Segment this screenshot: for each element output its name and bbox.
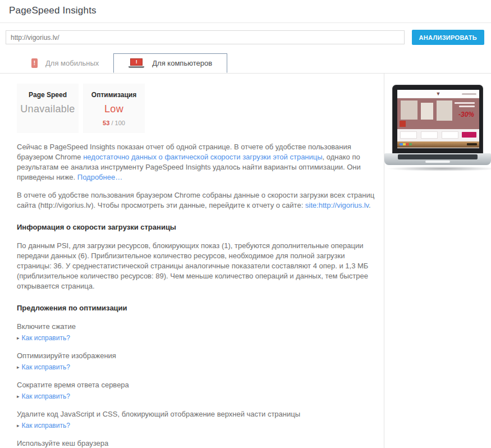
score-cards: Page Speed Unavailable Оптимизация Low 5…	[17, 84, 378, 133]
fix-row: ▸ Как исправить?	[17, 422, 378, 429]
suggestion-item: Оптимизируйте изображения ▸ Как исправит…	[17, 351, 378, 371]
speed-info-body: По данным PSI, для загрузки ресурсов, бл…	[17, 241, 378, 291]
laptop-notch	[425, 161, 450, 163]
site-image-placeholder	[421, 103, 433, 120]
summary-text: .	[369, 201, 371, 209]
tab-desktop-label: Для компьютеров	[152, 59, 212, 67]
content: Page Speed Unavailable Оптимизация Low 5…	[0, 74, 491, 448]
suggestion-title: Используйте кеш браузера	[17, 438, 378, 448]
site-button-placeholder	[462, 132, 476, 138]
taskbar-app-icons	[400, 143, 412, 145]
summary-paragraph-2: В отчете об удобстве пользования браузер…	[17, 190, 378, 211]
tabs-strip: ! Для мобильных ! Для компьютеров	[0, 53, 491, 74]
optimization-score-number: 53	[103, 120, 109, 126]
laptop-preview: ▼ -30%	[384, 85, 491, 171]
tab-mobile[interactable]: ! Для мобильных	[17, 53, 113, 73]
site-cards-row	[397, 129, 479, 141]
suggestion-item: Используйте кеш браузера ▸ Как исправить…	[17, 438, 378, 448]
laptop-alert-icon: !	[129, 58, 144, 68]
laptop-base	[384, 153, 491, 165]
optimization-score-fraction: 53 / 100	[86, 120, 141, 126]
learn-more-link[interactable]: Подробнее…	[77, 173, 122, 181]
laptop-keyboard	[398, 154, 478, 159]
site-image-placeholder	[437, 100, 452, 121]
optimization-score-total: / 100	[111, 120, 125, 126]
suggestion-item: Включите сжатие ▸ Как исправить?	[17, 322, 378, 342]
optimization-score-label: Оптимизация	[86, 91, 141, 99]
how-to-fix-link[interactable]: Как исправить?	[22, 334, 70, 342]
speed-score-label: Page Speed	[20, 91, 75, 99]
score-card-optimization: Оптимизация Low 53 / 100	[83, 84, 145, 133]
site-discount-text: -30%	[458, 111, 474, 118]
page-title: PageSpeed Insights	[9, 5, 482, 16]
summary-paragraph-1: Сейчас в PageSpeed Insights показан отче…	[17, 142, 378, 182]
expand-arrow-icon: ▸	[17, 335, 20, 341]
site-screenshot: ▼ -30%	[397, 90, 479, 148]
suggestion-item: Удалите код JavaScript и CSS, блокирующи…	[17, 409, 378, 429]
site-logo-icon: ▼	[436, 92, 441, 97]
how-to-fix-link[interactable]: Как исправить?	[22, 392, 70, 400]
analyze-button[interactable]: АНАЛИЗИРОВАТЬ	[412, 30, 484, 45]
taskbar-tray	[467, 143, 477, 145]
site-card-placeholder	[400, 131, 417, 139]
site-badge-placeholder	[400, 121, 406, 127]
speed-score-value: Unavailable	[20, 103, 75, 115]
url-bar: АНАЛИЗИРОВАТЬ	[0, 23, 491, 45]
laptop-shadow	[384, 166, 491, 171]
site-card-placeholder	[442, 131, 458, 139]
how-to-fix-link[interactable]: Как исправить?	[22, 422, 70, 429]
suggestions-heading: Предложения по оптимизации	[17, 304, 378, 312]
suggestion-title: Сократите время ответа сервера	[17, 380, 378, 390]
site-banner: -30%	[397, 98, 479, 129]
expand-arrow-icon: ▸	[17, 364, 20, 370]
suggestion-title: Включите сжатие	[17, 322, 378, 332]
score-card-speed: Page Speed Unavailable	[17, 84, 79, 133]
site-text-placeholder	[459, 106, 475, 107]
phone-alert-icon: !	[31, 58, 38, 68]
tab-desktop[interactable]: ! Для компьютеров	[113, 53, 227, 73]
report-column: Page Speed Unavailable Оптимизация Low 5…	[0, 74, 384, 448]
site-text-placeholder	[455, 102, 475, 104]
fix-row: ▸ Как исправить?	[17, 334, 378, 342]
app-header: PageSpeed Insights	[0, 0, 491, 22]
url-input[interactable]	[6, 30, 405, 44]
preview-column: ▼ -30%	[384, 74, 491, 448]
suggestion-title: Удалите код JavaScript и CSS, блокирующи…	[17, 409, 378, 419]
site-report-link[interactable]: site:http://vigorius.lv	[305, 201, 369, 209]
how-to-fix-link[interactable]: Как исправить?	[22, 363, 70, 371]
site-nav-placeholder	[462, 93, 476, 95]
site-image-placeholder	[401, 100, 417, 120]
suggestion-title: Оптимизируйте изображения	[17, 351, 378, 361]
fix-row: ▸ Как исправить?	[17, 392, 378, 400]
insufficient-data-link[interactable]: недостаточно данных о фактической скорос…	[83, 153, 322, 161]
laptop-screen: ▼ -30%	[392, 85, 483, 153]
site-card-placeholder	[421, 131, 438, 139]
suggestion-item: Сократите время ответа сервера ▸ Как исп…	[17, 380, 378, 400]
speed-info-heading: Информация о скорости загрузки страницы	[17, 223, 378, 231]
site-header: ▼	[397, 90, 479, 98]
chromeos-taskbar	[397, 141, 479, 148]
expand-arrow-icon: ▸	[17, 394, 20, 399]
laptop-base-shape	[129, 66, 144, 68]
laptop-alert-glyph: !	[130, 58, 143, 66]
optimization-score-value: Low	[86, 103, 141, 115]
expand-arrow-icon: ▸	[17, 423, 20, 428]
tab-mobile-label: Для мобильных	[45, 59, 99, 67]
fix-row: ▸ Как исправить?	[17, 363, 378, 371]
